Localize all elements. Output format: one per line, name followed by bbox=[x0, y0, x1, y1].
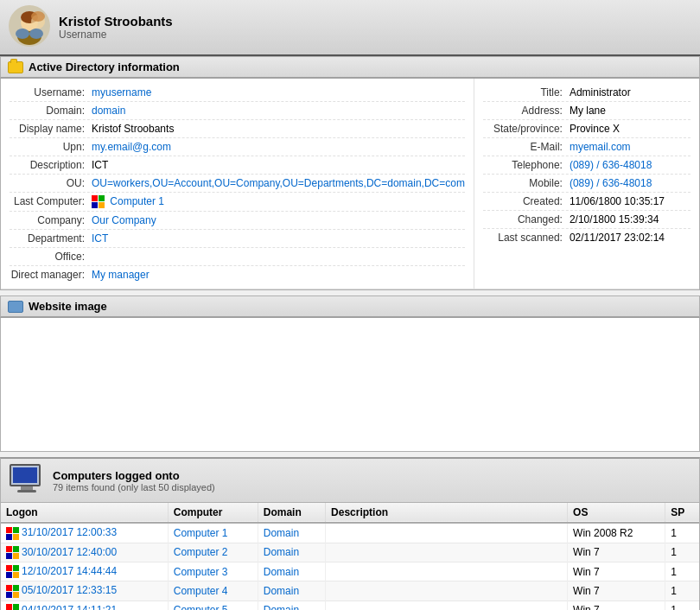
ad-upn-row: Upn: my.email@g.com bbox=[10, 138, 465, 156]
ad-telephone-link[interactable]: (089) / 636-48018 bbox=[570, 159, 652, 171]
svg-point-4 bbox=[16, 29, 29, 39]
ad-address-row: Address: My lane bbox=[483, 102, 690, 120]
table-row: 12/10/2017 14:44:44 Computer 3 Domain Wi… bbox=[1, 562, 699, 581]
ad-created-row: Created: 11/06/1800 10:35:17 bbox=[483, 193, 690, 211]
table-row: 31/10/2017 12:00:33 Computer 1 Domain Wi… bbox=[1, 523, 699, 543]
ad-telephone-value: (089) / 636-48018 bbox=[570, 159, 690, 171]
computers-section: Computers logged onto 79 items found (on… bbox=[0, 457, 700, 610]
table-row: 05/10/2017 12:33:15 Computer 4 Domain Wi… bbox=[1, 581, 699, 600]
user-header: Kristof Stroobants Username bbox=[0, 0, 700, 56]
win-flag-icon bbox=[6, 565, 19, 578]
computers-header-bar: Computers logged onto 79 items found (on… bbox=[0, 457, 700, 503]
ad-upn-link[interactable]: my.email@g.com bbox=[92, 141, 171, 153]
computer-link[interactable]: Computer 1 bbox=[174, 527, 228, 539]
ad-ou-link[interactable]: OU=workers,OU=Account,OU=Company,OU=Depa… bbox=[92, 177, 465, 189]
domain-link[interactable]: Domain bbox=[264, 604, 299, 610]
cell-description bbox=[326, 562, 568, 581]
ad-directmanager-link[interactable]: My manager bbox=[92, 269, 150, 281]
ad-department-link[interactable]: ICT bbox=[92, 232, 108, 245]
avatar-image bbox=[9, 5, 50, 47]
ad-state-value: Province X bbox=[570, 123, 690, 135]
domain-link[interactable]: Domain bbox=[264, 585, 299, 597]
col-os: OS bbox=[568, 503, 665, 523]
ad-lastcomputer-link[interactable]: Computer 1 bbox=[110, 195, 164, 207]
computer-link[interactable]: Computer 2 bbox=[174, 546, 228, 558]
ad-right-col: Title: Administrator Address: My lane St… bbox=[474, 79, 699, 289]
computer-link[interactable]: Computer 5 bbox=[174, 604, 228, 610]
ad-left-col: Username: myusername Domain: domain Disp… bbox=[1, 79, 474, 289]
table-header-row: Logon Computer Domain Description OS SP bbox=[1, 503, 699, 523]
cell-sp: 1 bbox=[665, 600, 699, 610]
ad-title-label: Title: bbox=[483, 86, 570, 98]
win-flag-icon bbox=[6, 585, 19, 598]
svg-point-7 bbox=[31, 11, 45, 22]
ad-department-label: Department: bbox=[10, 232, 92, 245]
domain-link[interactable]: Domain bbox=[264, 546, 299, 558]
ad-state-row: State/province: Province X bbox=[483, 120, 690, 138]
col-computer: Computer bbox=[168, 503, 258, 523]
ad-telephone-row: Telephone: (089) / 636-48018 bbox=[483, 156, 690, 175]
ad-ou-row: OU: OU=workers,OU=Account,OU=Company,OU=… bbox=[10, 175, 465, 193]
ad-email-value: myemail.com bbox=[570, 141, 690, 153]
col-domain: Domain bbox=[258, 503, 325, 523]
ad-changed-value: 2/10/1800 15:39:34 bbox=[570, 213, 690, 226]
ad-username-link[interactable]: myusername bbox=[92, 86, 151, 98]
ad-grid: Username: myusername Domain: domain Disp… bbox=[1, 79, 699, 289]
cell-domain: Domain bbox=[258, 600, 325, 610]
win-flag-icon bbox=[6, 604, 19, 610]
ad-company-link[interactable]: Our Company bbox=[92, 214, 156, 226]
ad-displayname-row: Display name: Kristof Stroobants bbox=[10, 120, 465, 138]
cell-logon: 31/10/2017 12:00:33 bbox=[1, 523, 168, 543]
ad-ou-value: OU=workers,OU=Account,OU=Company,OU=Depa… bbox=[92, 177, 465, 189]
col-description: Description bbox=[326, 503, 568, 523]
ad-displayname-value: Kristof Stroobants bbox=[92, 123, 465, 135]
table-row: 30/10/2017 12:40:00 Computer 2 Domain Wi… bbox=[1, 543, 699, 562]
computer-link[interactable]: Computer 3 bbox=[174, 566, 228, 578]
ad-email-label: E-Mail: bbox=[483, 141, 570, 153]
ad-domain-link[interactable]: domain bbox=[92, 105, 125, 117]
cell-os: Win 7 bbox=[568, 543, 665, 562]
ad-title-row: Title: Administrator bbox=[483, 84, 690, 102]
ad-created-value: 11/06/1800 10:35:17 bbox=[570, 195, 690, 207]
ad-company-label: Company: bbox=[10, 214, 92, 226]
ad-domain-value: domain bbox=[92, 105, 465, 117]
ad-upn-value: my.email@g.com bbox=[92, 141, 465, 153]
ad-content: Username: myusername Domain: domain Disp… bbox=[0, 79, 700, 290]
ad-department-row: Department: ICT bbox=[10, 230, 465, 248]
ad-mobile-link[interactable]: (089) / 636-48018 bbox=[570, 177, 652, 189]
ad-description-label: Description: bbox=[10, 159, 92, 171]
win-flag-icon bbox=[6, 546, 19, 559]
cell-sp: 1 bbox=[665, 523, 699, 543]
computer-link[interactable]: Computer 4 bbox=[174, 585, 228, 597]
ad-company-row: Company: Our Company bbox=[10, 212, 465, 230]
ad-section: Active Directory information Username: m… bbox=[0, 56, 700, 290]
ad-department-value: ICT bbox=[92, 232, 465, 245]
cell-domain: Domain bbox=[258, 581, 325, 600]
ad-address-value: My lane bbox=[570, 105, 690, 117]
ad-domain-row: Domain: domain bbox=[10, 102, 465, 120]
ad-section-header: Active Directory information bbox=[0, 56, 700, 79]
ad-changed-row: Changed: 2/10/1800 15:39:34 bbox=[483, 211, 690, 229]
cell-domain: Domain bbox=[258, 562, 325, 581]
domain-link[interactable]: Domain bbox=[264, 566, 299, 578]
ad-description-row: Description: ICT bbox=[10, 156, 465, 175]
ad-company-value: Our Company bbox=[92, 214, 465, 226]
computers-table-container: Logon Computer Domain Description OS SP … bbox=[0, 503, 700, 610]
avatar bbox=[9, 5, 50, 49]
user-username-label: Username bbox=[59, 29, 173, 41]
ad-email-link[interactable]: myemail.com bbox=[570, 141, 631, 153]
cell-os: Win 7 bbox=[568, 600, 665, 610]
website-section-header: Website image bbox=[0, 295, 700, 318]
website-section: Website image bbox=[0, 295, 700, 452]
ad-lastcomputer-row: Last Computer: Computer 1 bbox=[10, 193, 465, 212]
monitor-icon bbox=[10, 464, 44, 497]
header-info: Kristof Stroobants Username bbox=[59, 14, 173, 41]
cell-description bbox=[326, 581, 568, 600]
domain-link[interactable]: Domain bbox=[264, 527, 299, 539]
ad-username-label: Username: bbox=[10, 86, 92, 98]
cell-os: Win 7 bbox=[568, 562, 665, 581]
computers-header-text: Computers logged onto 79 items found (on… bbox=[53, 469, 215, 492]
ad-email-row: E-Mail: myemail.com bbox=[483, 138, 690, 156]
cell-logon: 04/10/2017 14:11:21 bbox=[1, 600, 168, 610]
ad-title-value: Administrator bbox=[570, 86, 690, 98]
